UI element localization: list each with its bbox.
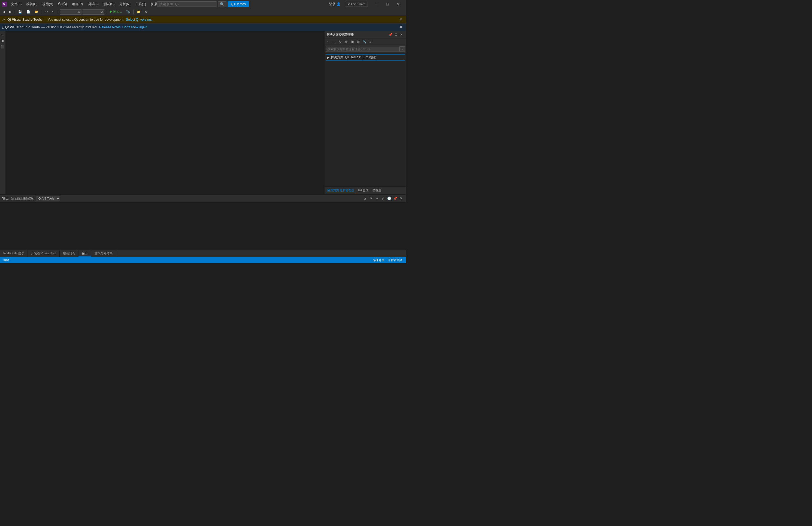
output-source-select[interactable]: Qt VS Tools <box>36 196 60 201</box>
window-controls: ─ □ ✕ <box>371 0 404 8</box>
tab-powershell[interactable]: 开发者 PowerShell <box>28 250 60 257</box>
activity-icon-1[interactable]: ≡ <box>0 32 5 37</box>
search-button[interactable]: 🔍 <box>218 1 227 7</box>
tab-error-list[interactable]: 错误列表 <box>60 250 78 257</box>
toolbar-new[interactable]: 📄 <box>25 10 32 14</box>
main-area: ≡ ▣ ⬛ 解决方案资源管理器 📌 ⊡ ✕ ← → ↻ ⊕ ▣ ⊞ 🔧 ≡ → <box>0 31 406 194</box>
solution-explorer-footer: 解决方案资源管理器 Git 更改 类视图 <box>324 186 406 194</box>
status-right: 选择仓库 开发者频道 <box>372 258 404 262</box>
se-back-btn[interactable]: ← <box>325 39 331 44</box>
release-notes-link[interactable]: Release Notes <box>99 25 121 29</box>
menu-edit[interactable]: 编辑(E) <box>24 1 40 7</box>
activity-icon-2[interactable]: ▣ <box>0 38 5 43</box>
toolbar-open-folder[interactable]: 📁 <box>135 10 142 14</box>
se-add-btn[interactable]: ⊕ <box>344 39 349 44</box>
minimize-button[interactable]: ─ <box>371 0 382 8</box>
solution-explorer: 解决方案资源管理器 📌 ⊡ ✕ ← → ↻ ⊕ ▣ ⊞ 🔧 ≡ → ▶ 解决方案… <box>324 31 406 194</box>
info-message: — Version 3.0.2 was recently installed. <box>41 25 98 29</box>
footer-tab-git[interactable]: Git 更改 <box>357 188 370 193</box>
output-pin[interactable]: 📌 <box>392 196 398 201</box>
info-notification: ℹ Qt Visual Studio Tools — Version 3.0.2… <box>0 24 406 31</box>
status-ready[interactable]: 就绪 <box>2 258 10 262</box>
solution-root-item[interactable]: ▶ 解决方案 'QTDemos' (0 个项目) <box>325 54 405 60</box>
svg-text:V: V <box>3 2 5 6</box>
warning-close-button[interactable]: ✕ <box>398 17 404 22</box>
output-tabs: IntelliCode 建议 开发者 PowerShell 错误列表 输出 查找… <box>0 250 406 257</box>
login-label: 登录 <box>329 2 335 6</box>
live-share-button[interactable]: ↗ Live Share <box>345 2 368 7</box>
warning-icon: ⚠ <box>2 17 6 22</box>
activity-bar: ≡ ▣ ⬛ <box>0 31 5 194</box>
platform-dropdown[interactable] <box>83 9 104 15</box>
info-close-button[interactable]: ✕ <box>398 25 404 30</box>
solution-explorer-toolbar: ← → ↻ ⊕ ▣ ⊞ 🔧 ≡ <box>324 39 406 45</box>
output-clear[interactable]: ⇄ <box>380 196 386 201</box>
close-button[interactable]: ✕ <box>393 0 404 8</box>
se-grid-btn[interactable]: ⊞ <box>356 39 361 44</box>
toolbar-save-all[interactable]: 💾 <box>17 10 24 14</box>
solution-search-input[interactable] <box>325 47 400 52</box>
se-forward-btn[interactable]: → <box>332 39 337 44</box>
menu-git[interactable]: Git(G) <box>56 1 69 7</box>
menu-project[interactable]: 项目(P) <box>70 1 85 7</box>
app-logo: V <box>2 2 7 6</box>
output-scroll-down[interactable]: ▼ <box>368 196 374 201</box>
toolbar-settings[interactable]: ⚙ <box>143 10 149 14</box>
solution-search-go[interactable]: → <box>400 46 405 52</box>
footer-tab-class[interactable]: 类视图 <box>371 188 383 193</box>
output-content <box>0 202 406 250</box>
output-scroll-up[interactable]: ▲ <box>362 196 368 201</box>
menu-analyze[interactable]: 分析(N) <box>117 1 133 7</box>
login-button[interactable]: 登录 👤 <box>327 1 343 7</box>
tab-output[interactable]: 输出 <box>78 250 91 257</box>
activity-icon-3[interactable]: ⬛ <box>0 44 5 49</box>
build-config-dropdown[interactable] <box>60 9 82 15</box>
menu-tools[interactable]: 工具(T) <box>133 1 148 7</box>
footer-tab-solution[interactable]: 解决方案资源管理器 <box>325 188 356 193</box>
title-bar-right: 登录 👤 ↗ Live Share ─ □ ✕ <box>327 0 404 8</box>
output-close[interactable]: ✕ <box>398 196 404 201</box>
dont-show-again-link[interactable]: Don't show again <box>122 25 147 29</box>
search-input[interactable] <box>157 1 217 7</box>
solution-search-bar: → <box>324 45 406 53</box>
status-repo[interactable]: 选择仓库 <box>372 258 386 262</box>
bottom-panel: 输出 显示输出来源(S): Qt VS Tools ▲ ▼ ≡ ⇄ 🕐 📌 ✕ … <box>0 194 406 257</box>
status-bar: 就绪 选择仓库 开发者频道 <box>0 257 406 263</box>
toolbar-sep-3 <box>58 10 58 14</box>
se-view-btn[interactable]: ▣ <box>350 39 355 44</box>
toolbar-redo[interactable]: ↪ <box>50 10 56 14</box>
menu-debug[interactable]: 调试(S) <box>86 1 101 7</box>
person-icon: 👤 <box>336 2 340 6</box>
toolbar-forward[interactable]: ▶ <box>8 10 13 14</box>
run-button[interactable]: ▶ 附加... <box>108 9 124 14</box>
tab-intellicode[interactable]: IntelliCode 建议 <box>0 250 28 257</box>
toolbar-open[interactable]: 📂 <box>33 10 40 14</box>
toolbar-sep-2 <box>42 10 42 14</box>
main-toolbar: ◀ ▶ 💾 📄 📂 ↩ ↪ ▶ 附加... 📎 📁 ⚙ <box>0 8 406 16</box>
output-title: 输出 <box>2 196 9 201</box>
close-panel-icon[interactable]: ✕ <box>399 32 404 37</box>
pin-icon[interactable]: 📌 <box>388 32 393 37</box>
toolbar-back[interactable]: ◀ <box>1 10 6 14</box>
solution-icon: ▶ <box>327 56 330 59</box>
se-more-btn[interactable]: ≡ <box>367 39 373 44</box>
output-source-label: 显示输出来源(S): <box>11 197 34 201</box>
menu-test[interactable]: 测试(S) <box>101 1 117 7</box>
collapse-icon[interactable]: ⊡ <box>393 32 398 37</box>
se-refresh-btn[interactable]: ↻ <box>338 39 343 44</box>
solution-label: 解决方案 'QTDemos' (0 个项目) <box>331 55 376 60</box>
title-bar-center: 🔍 QTDemos <box>157 1 249 7</box>
solution-explorer-header: 解决方案资源管理器 📌 ⊡ ✕ <box>324 31 406 39</box>
live-share-label: Live Share <box>351 2 365 6</box>
se-tools-btn[interactable]: 🔧 <box>362 39 367 44</box>
status-channel[interactable]: 开发者频道 <box>387 258 404 262</box>
tab-find-symbol[interactable]: 查找符号结果 <box>91 250 116 257</box>
menu-view[interactable]: 视图(V) <box>40 1 55 7</box>
menu-file[interactable]: 文件(F) <box>9 1 24 7</box>
toolbar-undo[interactable]: ↩ <box>44 10 49 14</box>
output-word-wrap[interactable]: ≡ <box>374 196 380 201</box>
output-timestamp[interactable]: 🕐 <box>386 196 392 201</box>
maximize-button[interactable]: □ <box>382 0 393 8</box>
toolbar-attach[interactable]: 📎 <box>125 10 132 14</box>
select-qt-version-link[interactable]: Select Qt version... <box>126 18 154 22</box>
